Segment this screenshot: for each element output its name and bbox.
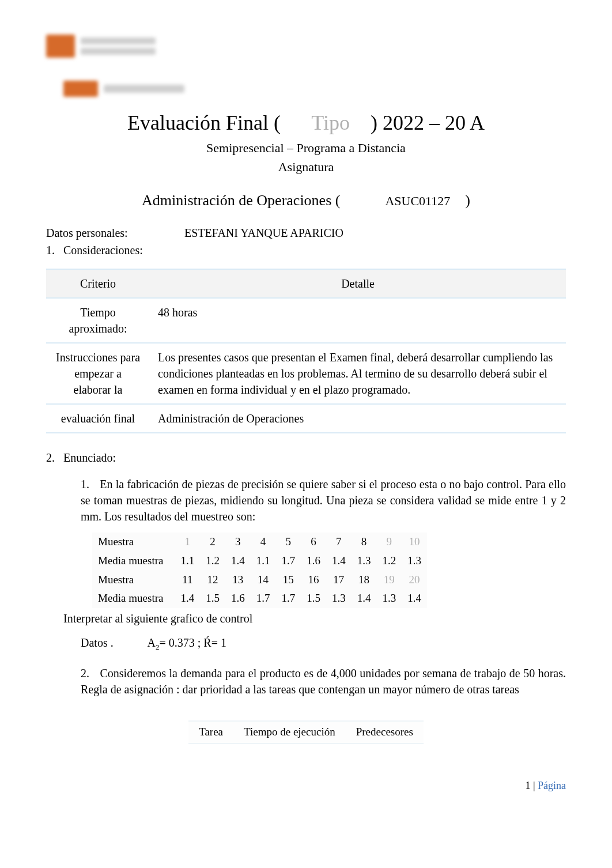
row-label: Muestra [92,533,175,552]
cell-value: 1 [175,533,200,552]
cell-value: 17 [326,571,352,590]
page-footer: 1 | Página [46,779,566,793]
page-title: Evaluación Final ( Tipo ) 2022 – 20 A [46,108,566,137]
cell-value: 18 [352,571,377,590]
table-row: evaluación final Administración de Opera… [46,404,566,433]
enunciado-label: Enunciado: [63,451,116,464]
logo-block-2 [63,81,566,97]
cell-value: 1.3 [402,552,427,571]
q2-text: Consideremos la demanda para el producto… [81,667,566,696]
row-label: Media muestra [92,589,175,608]
course-suffix: ) [465,192,470,209]
q1-text: En la fabricación de piezas de precisión… [81,478,566,523]
cell-value: 12 [200,571,225,590]
cell-value: 7 [326,533,352,552]
datos-formula-rest: = 0.373 ; Ŕ= 1 [160,636,226,649]
cell-value: 1.6 [225,589,251,608]
cell-value: 1.5 [301,589,326,608]
table-row: Tiempo aproximado: 48 horas [46,298,566,343]
q1-number: 1. [81,476,97,492]
cell-value: 1.5 [200,589,225,608]
cell-value: 14 [251,571,276,590]
logo-text-line [81,48,156,55]
cell-detalle: 48 horas [150,298,566,343]
personal-value: ESTEFANI YANQUE APARICIO [184,225,343,241]
cell-criterio: Tiempo aproximado: [46,298,150,343]
cell-value: 13 [225,571,251,590]
logo-icon [63,81,98,97]
course-line: Administración de Operaciones ( ASUC0112… [46,190,566,211]
cell-value: 8 [352,533,377,552]
cell-value: 1.1 [175,552,200,571]
cell-value: 10 [402,533,427,552]
criteria-header-criterio: Criterio [46,269,150,298]
cell-value: 1.7 [275,589,301,608]
course-name: Administración de Operaciones ( [142,192,340,209]
cell-value: 19 [376,571,402,590]
cell-value: 9 [376,533,402,552]
considerations-label: Consideraciones: [63,244,143,256]
cell-value: 1.7 [251,589,276,608]
cell-value: 1.4 [225,552,251,571]
interpret-line: Interpretar al siguiente grafico de cont… [63,610,566,627]
cell-value: 1.3 [326,589,352,608]
cell-value: 1.4 [402,589,427,608]
table-row: Media muestra1.11.21.41.11.71.61.41.31.2… [92,552,427,571]
row-label: Media muestra [92,552,175,571]
table-row: Instrucciones para empezar a elaborar la… [46,343,566,404]
datos-label: Datos . [81,636,114,649]
cell-value: 1.4 [175,589,200,608]
cell-value: 1.2 [200,552,225,571]
cell-value: 1.7 [275,552,301,571]
title-prefix: Evaluación Final ( [127,111,281,134]
logo-block-1 [46,35,566,58]
cell-value: 1.4 [352,589,377,608]
datos-formula-A: A [148,636,156,649]
footer-sep: | [530,780,538,791]
table-row: Muestra12345678910 [92,533,427,552]
logo-text-line [104,85,184,93]
cell-value: 1.1 [251,552,276,571]
q2-number: 2. [81,665,97,681]
cell-value: 3 [225,533,251,552]
cell-detalle: Administración de Operaciones [150,404,566,433]
personal-row: Datos personales: ESTEFANI YANQUE APARIC… [46,225,566,242]
col-predecesores: Predecesores [346,723,424,742]
cell-value: 15 [275,571,301,590]
col-tarea: Tarea [188,723,233,742]
enunciado-item: 2. Enunciado: [46,450,566,466]
question-1: 1. En la fabricación de piezas de precis… [81,476,566,524]
table-row: Muestra11121314151617181920 [92,571,427,590]
cell-value: 20 [402,571,427,590]
title-suffix: ) 2022 – 20 A [371,111,485,134]
cell-criterio: evaluación final [46,404,150,433]
logo-text-line [81,37,156,44]
table-row: Media muestra1.41.51.61.71.71.51.31.41.3… [92,589,427,608]
personal-label: Datos personales: [46,225,161,241]
subtitle-asignatura: Asignatura [46,158,566,176]
cell-value: 5 [275,533,301,552]
cell-value: 11 [175,571,200,590]
sample-data-table: Muestra12345678910Media muestra1.11.21.4… [92,533,427,607]
footer-label: Página [538,780,566,791]
cell-value: 1.2 [376,552,402,571]
cell-value: 6 [301,533,326,552]
cell-value: 16 [301,571,326,590]
task-table: Tarea Tiempo de ejecución Predecesores [188,720,424,744]
cell-value: 4 [251,533,276,552]
question-2: 2. Consideremos la demanda para el produ… [81,665,566,697]
considerations-item: 1. Consideraciones: [46,242,566,258]
cell-value: 1.4 [326,552,352,571]
header-logos [46,35,566,97]
cell-detalle: Los presentes casos que presentan el Exa… [150,343,566,404]
logo-icon [46,35,75,58]
datos-line: Datos . A2= 0.373 ; Ŕ= 1 [81,635,566,652]
cell-value: 1.6 [301,552,326,571]
row-label: Muestra [92,571,175,590]
cell-value: 1.3 [376,589,402,608]
subtitle-modality: Semipresencial – Programa a Distancia [46,139,566,157]
course-code: ASUC01127 [385,194,450,208]
cell-value: 1.3 [352,552,377,571]
criteria-header-detalle: Detalle [150,269,566,298]
col-tiempo: Tiempo de ejecución [233,723,346,742]
